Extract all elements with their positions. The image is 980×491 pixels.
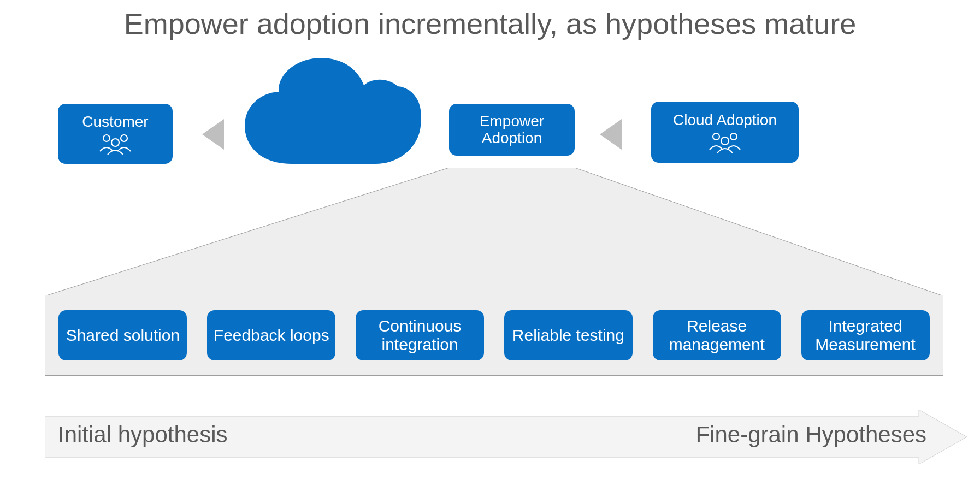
detail-feedback-loops: Feedback loops — [207, 310, 335, 360]
svg-point-2 — [111, 139, 119, 146]
svg-point-1 — [121, 135, 127, 141]
detail-release-management: Release management — [653, 310, 781, 360]
people-icon — [97, 133, 134, 155]
detail-continuous-integration: Continuous integration — [356, 310, 484, 360]
svg-point-3 — [713, 133, 719, 140]
svg-marker-7 — [45, 410, 967, 464]
svg-point-0 — [103, 135, 110, 141]
detail-bar: Shared solution Feedback loops Continuou… — [45, 295, 943, 376]
detail-integrated-measurement: Integrated Measurement — [801, 310, 930, 360]
arrow-left-icon — [600, 119, 622, 150]
node-empower-adoption: EmpowerAdoption — [449, 104, 575, 156]
node-empower-label: EmpowerAdoption — [480, 113, 544, 147]
arrow-left-icon — [202, 119, 224, 150]
node-customer-label: Customer — [82, 113, 148, 131]
expander-trapezoid — [45, 168, 943, 296]
detail-shared-solution: Shared solution — [58, 310, 187, 360]
hypothesis-arrow — [45, 410, 967, 464]
node-cloud-adoption: Cloud Adoption — [651, 102, 799, 163]
svg-point-4 — [730, 133, 737, 140]
node-customer: Customer — [58, 104, 173, 164]
svg-point-5 — [721, 137, 729, 145]
svg-marker-6 — [45, 168, 943, 296]
cloud-icon — [239, 55, 425, 175]
node-cloud-adoption-label: Cloud Adoption — [673, 111, 777, 129]
diagram-title: Empower adoption incrementally, as hypot… — [0, 7, 980, 40]
people-icon — [706, 131, 743, 153]
detail-reliable-testing: Reliable testing — [504, 310, 633, 360]
